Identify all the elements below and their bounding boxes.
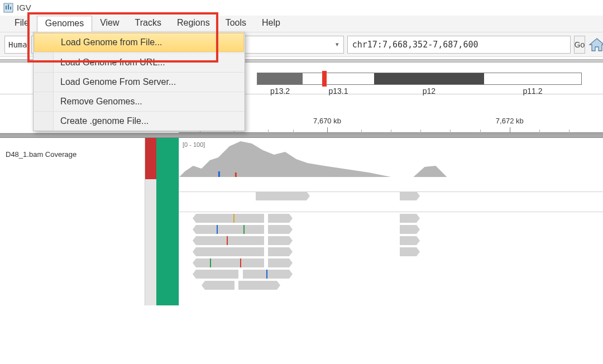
- svg-rect-5: [218, 171, 220, 177]
- read-row: [179, 225, 603, 234]
- read-row: [179, 247, 603, 256]
- attr-cell: [156, 138, 168, 179]
- menu-genomes[interactable]: Genomes: [37, 16, 92, 32]
- menubar: File Genomes View Tracks Regions Tools H…: [0, 16, 603, 32]
- dd-load-from-server[interactable]: Load Genome From Server...: [34, 72, 245, 92]
- track-canvas[interactable]: [0 - 100]: [179, 138, 603, 305]
- ideogram-band: [303, 73, 374, 84]
- dd-load-from-file[interactable]: Load Genome from File...: [34, 33, 244, 52]
- svg-rect-2: [8, 4, 9, 9]
- attr-cell: [168, 138, 179, 179]
- separator-thick[interactable]: [0, 133, 603, 138]
- genome-select-text: Huma: [8, 40, 27, 49]
- home-icon[interactable]: [588, 37, 603, 52]
- genome-select[interactable]: Huma: [4, 36, 28, 54]
- alignment-reads: [179, 189, 603, 305]
- track-area: D48_1.bam Coverage [0 - 100]: [0, 138, 603, 305]
- menu-help[interactable]: Help: [254, 16, 288, 32]
- track-name-panel: D48_1.bam Coverage: [0, 138, 145, 305]
- svg-rect-1: [6, 6, 7, 9]
- ideogram-band: [257, 73, 303, 84]
- read-row: [179, 203, 603, 212]
- menu-tools[interactable]: Tools: [218, 16, 254, 32]
- track-name[interactable]: D48_1.bam Coverage: [6, 150, 139, 159]
- svg-marker-4: [590, 39, 603, 51]
- menu-regions[interactable]: Regions: [169, 16, 218, 32]
- ideogram-band: [484, 73, 581, 84]
- dd-remove-genomes[interactable]: Remove Genomes...: [34, 92, 245, 111]
- chevron-down-icon: ▾: [336, 41, 339, 48]
- go-button[interactable]: Go: [574, 36, 586, 54]
- read-row: [179, 258, 603, 267]
- chromosome-ideogram[interactable]: p13.2 p13.1 p12 p11.2: [257, 73, 582, 85]
- attr-cell: [145, 179, 156, 305]
- dd-load-from-url[interactable]: Load Genome from URL...: [34, 52, 245, 72]
- menu-view[interactable]: View: [92, 16, 127, 32]
- locus-input[interactable]: [347, 36, 571, 54]
- window-titlebar: IGV: [0, 0, 603, 16]
- read-row: [179, 270, 603, 279]
- ideogram-band: [374, 73, 484, 84]
- read-row: [179, 236, 603, 245]
- menu-tracks[interactable]: Tracks: [127, 16, 169, 32]
- attr-cell: [156, 179, 168, 305]
- ruler-label: 7,670 kb: [313, 117, 341, 125]
- read-row: [179, 191, 603, 200]
- svg-rect-3: [10, 7, 11, 9]
- attr-cell: [168, 179, 179, 305]
- app-icon: [3, 3, 13, 13]
- menu-file[interactable]: File: [7, 16, 37, 32]
- coverage-plot: [179, 138, 603, 178]
- read-row: [179, 214, 603, 223]
- attr-cell: [145, 138, 156, 179]
- track-attribute-column: [145, 138, 179, 305]
- window-title: IGV: [17, 3, 31, 12]
- read-row: [179, 281, 603, 290]
- dd-create-genome-file[interactable]: Create .genome File...: [34, 111, 245, 131]
- genomes-dropdown: Load Genome from File... Load Genome fro…: [33, 32, 245, 131]
- locus-marker: [322, 71, 327, 87]
- ruler-label: 7,672 kb: [496, 117, 524, 125]
- svg-rect-6: [235, 173, 237, 177]
